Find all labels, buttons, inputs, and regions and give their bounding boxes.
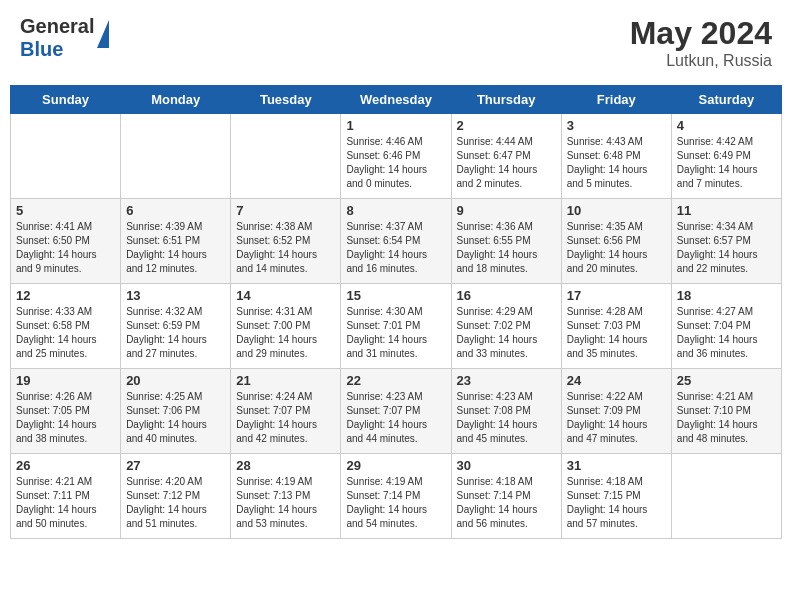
day-info: Sunrise: 4:20 AM Sunset: 7:12 PM Dayligh…	[126, 475, 225, 531]
day-number: 27	[126, 458, 225, 473]
calendar-cell: 29Sunrise: 4:19 AM Sunset: 7:14 PM Dayli…	[341, 454, 451, 539]
calendar-cell: 21Sunrise: 4:24 AM Sunset: 7:07 PM Dayli…	[231, 369, 341, 454]
day-number: 20	[126, 373, 225, 388]
day-number: 1	[346, 118, 445, 133]
header-row: SundayMondayTuesdayWednesdayThursdayFrid…	[11, 86, 782, 114]
calendar-cell: 10Sunrise: 4:35 AM Sunset: 6:56 PM Dayli…	[561, 199, 671, 284]
calendar-cell: 8Sunrise: 4:37 AM Sunset: 6:54 PM Daylig…	[341, 199, 451, 284]
day-number: 6	[126, 203, 225, 218]
title-block: May 2024 Lutkun, Russia	[630, 15, 772, 70]
day-info: Sunrise: 4:25 AM Sunset: 7:06 PM Dayligh…	[126, 390, 225, 446]
day-info: Sunrise: 4:35 AM Sunset: 6:56 PM Dayligh…	[567, 220, 666, 276]
calendar-cell: 26Sunrise: 4:21 AM Sunset: 7:11 PM Dayli…	[11, 454, 121, 539]
day-number: 3	[567, 118, 666, 133]
calendar-cell: 18Sunrise: 4:27 AM Sunset: 7:04 PM Dayli…	[671, 284, 781, 369]
day-number: 15	[346, 288, 445, 303]
day-info: Sunrise: 4:44 AM Sunset: 6:47 PM Dayligh…	[457, 135, 556, 191]
day-number: 28	[236, 458, 335, 473]
day-number: 18	[677, 288, 776, 303]
day-info: Sunrise: 4:23 AM Sunset: 7:08 PM Dayligh…	[457, 390, 556, 446]
day-number: 31	[567, 458, 666, 473]
header-day: Monday	[121, 86, 231, 114]
day-info: Sunrise: 4:30 AM Sunset: 7:01 PM Dayligh…	[346, 305, 445, 361]
day-number: 19	[16, 373, 115, 388]
day-info: Sunrise: 4:23 AM Sunset: 7:07 PM Dayligh…	[346, 390, 445, 446]
day-number: 7	[236, 203, 335, 218]
calendar-cell	[121, 114, 231, 199]
calendar-cell: 2Sunrise: 4:44 AM Sunset: 6:47 PM Daylig…	[451, 114, 561, 199]
day-number: 2	[457, 118, 556, 133]
header-day: Wednesday	[341, 86, 451, 114]
day-number: 4	[677, 118, 776, 133]
day-info: Sunrise: 4:27 AM Sunset: 7:04 PM Dayligh…	[677, 305, 776, 361]
day-info: Sunrise: 4:24 AM Sunset: 7:07 PM Dayligh…	[236, 390, 335, 446]
calendar-cell: 13Sunrise: 4:32 AM Sunset: 6:59 PM Dayli…	[121, 284, 231, 369]
day-info: Sunrise: 4:22 AM Sunset: 7:09 PM Dayligh…	[567, 390, 666, 446]
calendar-cell: 14Sunrise: 4:31 AM Sunset: 7:00 PM Dayli…	[231, 284, 341, 369]
calendar-cell	[671, 454, 781, 539]
calendar-cell: 7Sunrise: 4:38 AM Sunset: 6:52 PM Daylig…	[231, 199, 341, 284]
day-number: 23	[457, 373, 556, 388]
logo-triangle	[97, 20, 109, 48]
calendar-cell: 30Sunrise: 4:18 AM Sunset: 7:14 PM Dayli…	[451, 454, 561, 539]
day-info: Sunrise: 4:38 AM Sunset: 6:52 PM Dayligh…	[236, 220, 335, 276]
day-info: Sunrise: 4:21 AM Sunset: 7:11 PM Dayligh…	[16, 475, 115, 531]
week-row: 19Sunrise: 4:26 AM Sunset: 7:05 PM Dayli…	[11, 369, 782, 454]
day-number: 14	[236, 288, 335, 303]
header-day: Tuesday	[231, 86, 341, 114]
calendar-cell: 19Sunrise: 4:26 AM Sunset: 7:05 PM Dayli…	[11, 369, 121, 454]
day-info: Sunrise: 4:31 AM Sunset: 7:00 PM Dayligh…	[236, 305, 335, 361]
day-info: Sunrise: 4:34 AM Sunset: 6:57 PM Dayligh…	[677, 220, 776, 276]
calendar-header: SundayMondayTuesdayWednesdayThursdayFrid…	[11, 86, 782, 114]
calendar-cell: 22Sunrise: 4:23 AM Sunset: 7:07 PM Dayli…	[341, 369, 451, 454]
calendar-cell: 9Sunrise: 4:36 AM Sunset: 6:55 PM Daylig…	[451, 199, 561, 284]
logo-text: General Blue	[20, 15, 94, 61]
page-header: General Blue May 2024 Lutkun, Russia	[10, 10, 782, 75]
day-info: Sunrise: 4:43 AM Sunset: 6:48 PM Dayligh…	[567, 135, 666, 191]
day-number: 10	[567, 203, 666, 218]
day-number: 11	[677, 203, 776, 218]
day-number: 13	[126, 288, 225, 303]
day-number: 16	[457, 288, 556, 303]
day-info: Sunrise: 4:46 AM Sunset: 6:46 PM Dayligh…	[346, 135, 445, 191]
day-number: 22	[346, 373, 445, 388]
calendar-cell: 15Sunrise: 4:30 AM Sunset: 7:01 PM Dayli…	[341, 284, 451, 369]
calendar-cell: 4Sunrise: 4:42 AM Sunset: 6:49 PM Daylig…	[671, 114, 781, 199]
day-number: 24	[567, 373, 666, 388]
calendar-table: SundayMondayTuesdayWednesdayThursdayFrid…	[10, 85, 782, 539]
day-number: 5	[16, 203, 115, 218]
day-info: Sunrise: 4:29 AM Sunset: 7:02 PM Dayligh…	[457, 305, 556, 361]
week-row: 5Sunrise: 4:41 AM Sunset: 6:50 PM Daylig…	[11, 199, 782, 284]
day-info: Sunrise: 4:41 AM Sunset: 6:50 PM Dayligh…	[16, 220, 115, 276]
calendar-cell: 6Sunrise: 4:39 AM Sunset: 6:51 PM Daylig…	[121, 199, 231, 284]
location: Lutkun, Russia	[630, 52, 772, 70]
header-day: Friday	[561, 86, 671, 114]
day-number: 9	[457, 203, 556, 218]
day-info: Sunrise: 4:18 AM Sunset: 7:14 PM Dayligh…	[457, 475, 556, 531]
logo: General Blue	[20, 15, 109, 61]
day-info: Sunrise: 4:36 AM Sunset: 6:55 PM Dayligh…	[457, 220, 556, 276]
calendar-cell: 25Sunrise: 4:21 AM Sunset: 7:10 PM Dayli…	[671, 369, 781, 454]
calendar-cell: 5Sunrise: 4:41 AM Sunset: 6:50 PM Daylig…	[11, 199, 121, 284]
day-info: Sunrise: 4:37 AM Sunset: 6:54 PM Dayligh…	[346, 220, 445, 276]
day-number: 26	[16, 458, 115, 473]
day-number: 25	[677, 373, 776, 388]
calendar-cell: 12Sunrise: 4:33 AM Sunset: 6:58 PM Dayli…	[11, 284, 121, 369]
day-number: 29	[346, 458, 445, 473]
month-year: May 2024	[630, 15, 772, 52]
calendar-cell: 31Sunrise: 4:18 AM Sunset: 7:15 PM Dayli…	[561, 454, 671, 539]
calendar-cell: 17Sunrise: 4:28 AM Sunset: 7:03 PM Dayli…	[561, 284, 671, 369]
calendar-cell: 20Sunrise: 4:25 AM Sunset: 7:06 PM Dayli…	[121, 369, 231, 454]
calendar-cell: 24Sunrise: 4:22 AM Sunset: 7:09 PM Dayli…	[561, 369, 671, 454]
calendar-cell	[231, 114, 341, 199]
day-number: 17	[567, 288, 666, 303]
calendar-cell: 3Sunrise: 4:43 AM Sunset: 6:48 PM Daylig…	[561, 114, 671, 199]
calendar-cell: 16Sunrise: 4:29 AM Sunset: 7:02 PM Dayli…	[451, 284, 561, 369]
week-row: 12Sunrise: 4:33 AM Sunset: 6:58 PM Dayli…	[11, 284, 782, 369]
day-number: 30	[457, 458, 556, 473]
day-number: 8	[346, 203, 445, 218]
logo-blue: Blue	[20, 38, 63, 60]
calendar-cell: 11Sunrise: 4:34 AM Sunset: 6:57 PM Dayli…	[671, 199, 781, 284]
day-info: Sunrise: 4:21 AM Sunset: 7:10 PM Dayligh…	[677, 390, 776, 446]
calendar-cell: 23Sunrise: 4:23 AM Sunset: 7:08 PM Dayli…	[451, 369, 561, 454]
